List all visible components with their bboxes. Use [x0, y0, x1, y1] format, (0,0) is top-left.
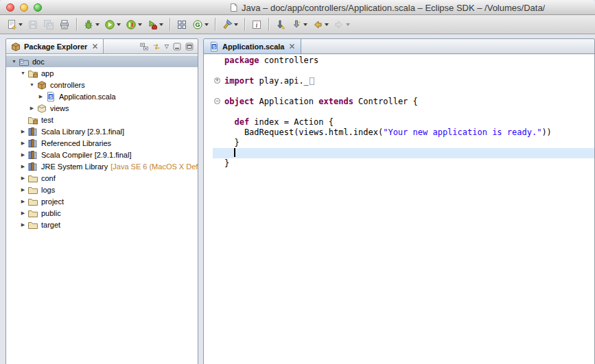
print-button[interactable] — [57, 16, 72, 33]
code-line-3[interactable]: +import play.api._ — [213, 76, 594, 86]
code-editor[interactable]: package controllers+import play.api._−ob… — [204, 54, 594, 364]
expand-arrow-icon[interactable]: ▶ — [19, 141, 27, 146]
fold-column — [213, 158, 224, 169]
dropdown-arrow-icon[interactable] — [346, 23, 350, 26]
close-view-icon[interactable] — [91, 43, 99, 50]
external-tools-button[interactable] — [145, 16, 165, 33]
coverage-button[interactable] — [124, 16, 144, 33]
next-annotation-icon — [291, 19, 302, 30]
code-line-10[interactable] — [213, 148, 594, 158]
collapse-arrow-icon[interactable]: ▼ — [28, 82, 36, 87]
tree-item-scala-library-2-9-1-final[interactable]: ▶Scala Library [2.9.1.final] — [6, 125, 198, 137]
expand-arrow-icon[interactable]: ▶ — [19, 222, 27, 228]
tree-item-referenced-libraries[interactable]: ▶Referenced Libraries — [6, 137, 198, 149]
dropdown-arrow-icon[interactable] — [95, 23, 100, 26]
expand-arrow-icon[interactable]: ▶ — [19, 164, 27, 169]
tree-item-jre-system-library[interactable]: ▶JRE System Library[Java SE 6 (MacOS X D… — [6, 160, 198, 172]
dropdown-arrow-icon[interactable] — [234, 23, 238, 26]
new-wizard-button[interactable] — [4, 16, 25, 33]
dropdown-arrow-icon[interactable] — [117, 23, 121, 26]
save-button[interactable] — [25, 16, 40, 33]
debug-button[interactable] — [81, 16, 102, 33]
tree-item-label: Application.scala — [59, 93, 116, 101]
minimize-window-button[interactable] — [20, 3, 28, 12]
dropdown-arrow-icon[interactable] — [159, 23, 163, 26]
expand-arrow-icon[interactable]: ▶ — [19, 210, 27, 216]
expand-arrow-icon[interactable]: ▶ — [37, 94, 45, 99]
code-line-1[interactable]: package controllers — [213, 56, 594, 66]
link-with-editor-button[interactable] — [152, 42, 161, 51]
tree-item-app[interactable]: ▼app — [6, 67, 198, 79]
forward-history-button[interactable] — [331, 16, 352, 33]
code-line-2[interactable] — [213, 66, 594, 76]
tree-item-target[interactable]: ▶target — [6, 219, 198, 230]
save-all-button[interactable] — [41, 16, 56, 33]
search-button[interactable] — [220, 16, 240, 33]
code-line-5[interactable]: −object Application extends Controller { — [213, 97, 594, 107]
tree-item-label: test — [41, 116, 54, 124]
package-open-icon — [36, 103, 47, 114]
collapse-arrow-icon[interactable]: ▼ — [10, 59, 18, 64]
info-button[interactable]: i — [249, 16, 264, 33]
fold-column — [213, 56, 224, 66]
tree-item-test[interactable]: test — [6, 114, 198, 125]
code-line-7[interactable]: def index = Action { — [213, 117, 594, 128]
code-line-6[interactable] — [213, 107, 594, 117]
save-icon — [27, 19, 38, 30]
code-line-4[interactable] — [213, 86, 594, 97]
editor-tab-application-scala[interactable]: S Application.scala — [204, 39, 301, 53]
dropdown-arrow-icon[interactable] — [138, 23, 142, 26]
expand-arrow-icon[interactable]: ▶ — [28, 106, 36, 111]
tree-item-public[interactable]: ▶public — [6, 207, 198, 219]
tree-item-logs[interactable]: ▶logs — [6, 184, 198, 195]
toolbar-separator — [268, 18, 269, 31]
zoom-window-button[interactable] — [34, 3, 42, 12]
tree-item-scala-compiler-2-9-1-final[interactable]: ▶Scala Compiler [2.9.1.final] — [6, 149, 198, 160]
run-button[interactable] — [102, 16, 123, 33]
fold-minus-icon[interactable]: − — [213, 97, 224, 107]
collapse-all-button[interactable] — [139, 42, 149, 51]
titlebar[interactable]: Java – doc/app/controllers/Application.s… — [0, 0, 595, 15]
info-icon: i — [251, 19, 262, 30]
tree-item-views[interactable]: ▶views — [6, 102, 198, 114]
annotation-ruler — [204, 54, 213, 364]
back-history-button[interactable] — [310, 16, 331, 33]
new-wizard-icon — [6, 19, 17, 30]
expand-arrow-icon[interactable]: ▶ — [19, 175, 27, 181]
code-text — [224, 148, 235, 158]
expand-arrow-icon[interactable]: ▶ — [19, 152, 27, 158]
new-element-button[interactable]: G — [190, 16, 211, 33]
collapse-arrow-icon[interactable]: ▼ — [19, 71, 27, 75]
source-folder-icon — [27, 68, 38, 79]
dropdown-arrow-icon[interactable] — [303, 23, 307, 26]
next-annotation-button[interactable] — [289, 16, 310, 33]
tree-item-controllers[interactable]: ▼controllers — [6, 79, 198, 90]
fold-plus-icon[interactable]: + — [213, 76, 224, 86]
dropdown-arrow-icon[interactable] — [19, 23, 23, 26]
tree-item-application-scala[interactable]: ▶SApplication.scala — [6, 90, 198, 102]
view-menu-button[interactable]: ▽ — [164, 44, 170, 49]
new-java-project-button[interactable] — [174, 16, 189, 33]
close-window-button[interactable] — [6, 3, 14, 12]
package-explorer-tabbar: Package Explorer ▽ — [6, 39, 198, 54]
last-edit-location-button[interactable] — [273, 16, 288, 33]
expand-arrow-icon[interactable]: ▶ — [19, 129, 27, 134]
maximize-view-button[interactable] — [185, 42, 194, 51]
code-text: import play.api._ — [224, 76, 314, 86]
code-line-11[interactable]: } — [213, 158, 594, 169]
package-explorer-tab[interactable]: Package Explorer — [6, 39, 104, 53]
expand-arrow-icon[interactable]: ▶ — [19, 199, 27, 204]
close-editor-icon[interactable] — [288, 43, 296, 50]
minimize-view-button[interactable] — [172, 42, 182, 51]
tree-item-conf[interactable]: ▶conf — [6, 172, 198, 184]
code-line-8[interactable]: BadRequest(views.html.index("Your new ap… — [213, 128, 594, 138]
tree-item-doc[interactable]: ▼doc — [6, 56, 198, 67]
document-icon — [229, 3, 238, 12]
tree-item-project[interactable]: ▶project — [6, 195, 198, 207]
code-line-9[interactable]: } — [213, 138, 594, 148]
editor-tab-label: Application.scala — [222, 43, 284, 51]
tree-item-label: views — [50, 104, 69, 112]
dropdown-arrow-icon[interactable] — [325, 23, 329, 26]
dropdown-arrow-icon[interactable] — [205, 23, 209, 26]
expand-arrow-icon[interactable]: ▶ — [19, 187, 27, 193]
